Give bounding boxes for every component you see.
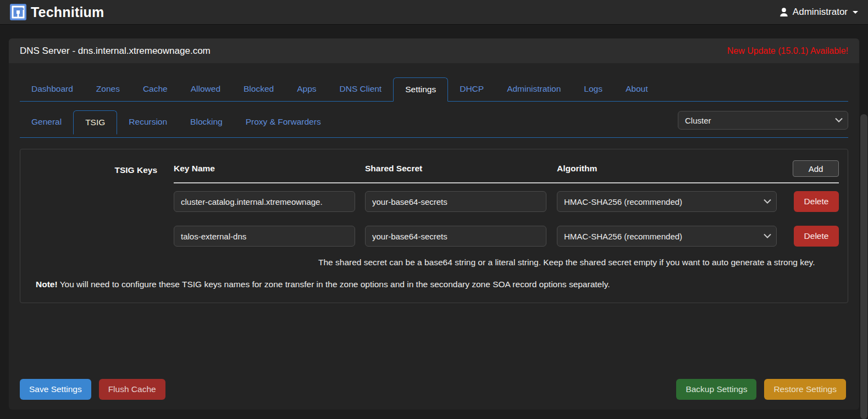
algorithm-select[interactable]: HMAC-SHA256 (recommended) <box>557 191 777 212</box>
col-shared-secret: Shared Secret <box>365 164 557 174</box>
delete-button[interactable]: Delete <box>794 226 839 247</box>
col-algorithm: Algorithm <box>557 164 789 174</box>
shared-secret-input[interactable] <box>365 226 546 247</box>
subtab-recursion[interactable]: Recursion <box>117 110 179 135</box>
backup-settings-button[interactable]: Backup Settings <box>676 379 756 400</box>
technitium-logo-icon <box>10 4 26 20</box>
key-name-input[interactable] <box>174 226 355 247</box>
tab-zones[interactable]: Zones <box>85 77 131 102</box>
tab-dhcp[interactable]: DHCP <box>448 77 495 102</box>
main-card: DNS Server - dns.internal.xtremeownage.c… <box>9 38 859 410</box>
page-title: DNS Server - dns.internal.xtremeownage.c… <box>20 46 211 57</box>
tab-settings[interactable]: Settings <box>393 77 448 102</box>
col-key-name: Key Name <box>174 164 365 174</box>
footer-actions: Save Settings Flush Cache Backup Setting… <box>20 379 846 400</box>
key-name-input[interactable] <box>174 191 355 212</box>
tabs-area: Dashboard Zones Cache Allowed Blocked Ap… <box>9 63 859 138</box>
tab-allowed[interactable]: Allowed <box>179 77 232 102</box>
cluster-select[interactable]: Cluster <box>678 111 848 130</box>
brand[interactable]: Technitium <box>10 4 104 20</box>
main-tabs: Dashboard Zones Cache Allowed Blocked Ap… <box>20 77 848 102</box>
cluster-select-wrap: Cluster <box>678 111 848 130</box>
tsig-table: Key Name Shared Secret Algorithm Add <box>174 160 839 267</box>
subtab-tsig[interactable]: TSIG <box>73 110 117 135</box>
tsig-row: HMAC-SHA256 (recommended) Delete <box>174 226 839 247</box>
tsig-keys-label: TSIG Keys <box>29 160 174 267</box>
tsig-row: HMAC-SHA256 (recommended) Delete <box>174 191 839 212</box>
user-name: Administrator <box>793 7 848 18</box>
tab-about[interactable]: About <box>614 77 660 102</box>
save-settings-button[interactable]: Save Settings <box>20 379 91 400</box>
note-bold: Note! <box>36 280 58 289</box>
tsig-table-header: Key Name Shared Secret Algorithm Add <box>174 160 839 183</box>
tsig-note: Note! You will need to configure these T… <box>36 280 839 289</box>
settings-subtabs: General TSIG Recursion Blocking Proxy & … <box>20 110 333 134</box>
tab-administration[interactable]: Administration <box>495 77 572 102</box>
algorithm-select-wrap: HMAC-SHA256 (recommended) <box>557 191 777 212</box>
subtab-general[interactable]: General <box>20 110 73 135</box>
chevron-down-icon <box>853 11 858 14</box>
note-text: You will need to configure these TSIG ke… <box>58 280 610 289</box>
add-button[interactable]: Add <box>793 160 839 177</box>
algorithm-select[interactable]: HMAC-SHA256 (recommended) <box>557 226 777 247</box>
tab-logs[interactable]: Logs <box>572 77 614 102</box>
page: Technitium Administrator DNS Server - dn… <box>0 0 868 419</box>
tab-blocked[interactable]: Blocked <box>232 77 285 102</box>
user-icon <box>779 7 789 17</box>
user-menu[interactable]: Administrator <box>779 7 858 18</box>
tsig-panel: TSIG Keys Key Name Shared Secret Algorit… <box>20 149 848 303</box>
flush-cache-button[interactable]: Flush Cache <box>99 379 165 400</box>
algorithm-select-wrap: HMAC-SHA256 (recommended) <box>557 226 777 247</box>
restore-settings-button[interactable]: Restore Settings <box>764 379 846 400</box>
subtab-proxy-forwarders[interactable]: Proxy & Forwarders <box>234 110 333 135</box>
delete-button[interactable]: Delete <box>794 191 839 212</box>
settings-subtabs-row: General TSIG Recursion Blocking Proxy & … <box>20 110 848 138</box>
subtab-blocking[interactable]: Blocking <box>179 110 234 135</box>
shared-secret-help-text: The shared secret can be a base64 string… <box>318 258 839 267</box>
tab-cache[interactable]: Cache <box>131 77 179 102</box>
update-notice-link[interactable]: New Update (15.0.1) Available! <box>727 46 848 56</box>
shared-secret-input[interactable] <box>365 191 546 212</box>
card-header: DNS Server - dns.internal.xtremeownage.c… <box>9 38 859 63</box>
top-navbar: Technitium Administrator <box>0 0 868 25</box>
tab-apps[interactable]: Apps <box>285 77 328 102</box>
tab-dashboard[interactable]: Dashboard <box>20 77 85 102</box>
tab-dns-client[interactable]: DNS Client <box>328 77 394 102</box>
vertical-scrollbar[interactable] <box>860 114 867 419</box>
brand-name: Technitium <box>31 4 104 20</box>
